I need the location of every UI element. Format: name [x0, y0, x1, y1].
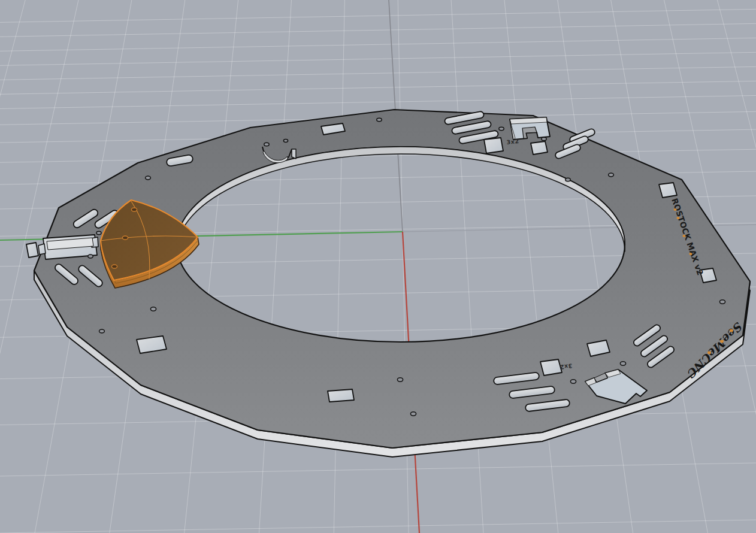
pocket-size-engraving-top: 3x2	[506, 138, 519, 146]
render-canvas[interactable]: 3x2 3x2 ROSTOCK MAX v2 SeeMeCNC	[0, 0, 756, 533]
cad-viewport[interactable]: 3x2 3x2 ROSTOCK MAX v2 SeeMeCNC	[0, 0, 756, 533]
